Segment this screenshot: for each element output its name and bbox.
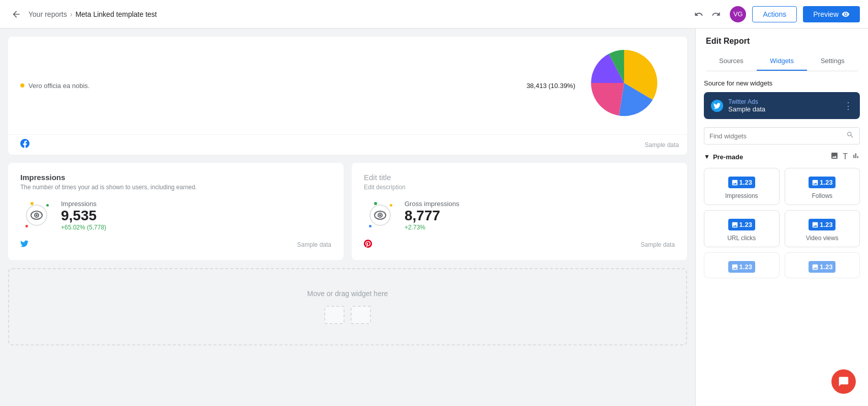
undo-button[interactable] — [691, 7, 706, 22]
dot-yellow-2 — [390, 204, 392, 207]
card1-metric-name: Impressions — [61, 200, 106, 208]
premade-chart-icon[interactable] — [852, 152, 860, 162]
preview-button[interactable]: Preview — [803, 6, 860, 22]
eye-icon-2 — [369, 204, 391, 226]
impressions-card: Impressions The number of times your ad … — [8, 163, 344, 260]
widget-tile-urlclicks[interactable]: 1.23 URL clicks — [704, 210, 780, 247]
widget-tile-icon-2: 1.23 — [809, 177, 835, 188]
tab-sources[interactable]: Sources — [706, 52, 757, 71]
card2-sample-data: Sample data — [641, 241, 675, 248]
facebook-icon — [20, 139, 29, 151]
pie-svg — [583, 45, 665, 121]
find-widgets-row — [704, 127, 860, 144]
tab-settings[interactable]: Settings — [807, 52, 858, 71]
chat-button[interactable] — [831, 369, 856, 394]
search-icon — [846, 131, 854, 141]
panel-tabs: Sources Widgets Settings — [706, 52, 858, 71]
source-name: Sample data — [728, 105, 765, 113]
card2-title: Edit title — [364, 173, 675, 182]
topbar-left: Your reports › Meta Linked template test — [8, 6, 157, 22]
panel-body: Source for new widgets Twitter Ads Sampl… — [696, 71, 868, 406]
breadcrumb-separator: › — [70, 10, 73, 18]
breadcrumb-current: Meta Linked template test — [75, 10, 157, 18]
legend-section: Vero officia ea nobis. 38,413 (10.39%) — [20, 80, 575, 92]
dot-yellow — [30, 202, 34, 205]
dot-green-2 — [374, 202, 377, 205]
widget-tile-icon-3: 1.23 — [728, 219, 755, 230]
premade-text-icon[interactable]: T — [843, 152, 848, 162]
premade-image-icon[interactable] — [830, 152, 839, 162]
panel-title: Edit Report — [706, 37, 858, 46]
panel-header: Edit Report Sources Widgets Settings — [696, 28, 868, 71]
card2-metric-value: 8,777 — [405, 208, 459, 224]
widget-tile-label-follows: Follows — [812, 192, 832, 199]
widget-tile-label-impressions: Impressions — [725, 192, 758, 199]
back-button[interactable] — [8, 6, 24, 22]
card2-footer: Sample data — [364, 240, 675, 250]
dot-red — [25, 225, 28, 227]
widgets-row: Impressions The number of times your ad … — [8, 163, 687, 260]
twitter-icon-1 — [20, 240, 28, 250]
actions-button[interactable]: Actions — [752, 6, 797, 22]
widget-tile-6[interactable]: 1.23 — [785, 252, 860, 278]
legend-item-text: Vero officia ea nobis. — [28, 82, 89, 90]
source-card[interactable]: Twitter Ads Sample data ⋮ — [704, 92, 860, 119]
dot-blue-2 — [369, 225, 371, 227]
eye-icon-1 — [25, 204, 48, 226]
widget-tile-icon-5: 1.23 — [728, 261, 755, 273]
main-layout: Vero officia ea nobis. 38,413 (10.39%) — [0, 28, 868, 406]
card1-icon — [20, 199, 53, 231]
topbar: Your reports › Meta Linked template test… — [0, 0, 868, 28]
topbar-right: VG Actions Preview — [691, 6, 860, 22]
find-widgets-input[interactable] — [709, 132, 842, 140]
card1-sample-data: Sample data — [297, 241, 331, 248]
svg-point-3 — [36, 214, 38, 216]
drop-zone-icons — [29, 306, 666, 324]
card1-metric-change: +65.02% (5,778) — [61, 224, 106, 231]
avatar[interactable]: VG — [730, 6, 746, 22]
pie-chart — [583, 45, 675, 126]
card2-metric-name: Gross impressions — [405, 200, 459, 208]
pie-chart-card: Vero officia ea nobis. 38,413 (10.39%) — [8, 37, 687, 155]
card1-desc: The number of times your ad is shown to … — [20, 184, 331, 191]
premade-header: ▼ Pre-made T — [704, 152, 860, 162]
undo-redo-group — [691, 7, 724, 22]
legend-dot — [20, 83, 24, 88]
twitter-logo — [711, 100, 723, 112]
widget-tile-5[interactable]: 1.23 — [704, 252, 780, 278]
card1-values: Impressions 9,535 +65.02% (5,778) — [61, 200, 106, 231]
widget-tile-icon-1: 1.23 — [728, 177, 755, 188]
widget-tile-follows[interactable]: 1.23 Follows — [785, 168, 860, 205]
breadcrumb-link[interactable]: Your reports — [28, 10, 67, 18]
tab-widgets[interactable]: Widgets — [757, 52, 808, 71]
dot-green — [46, 204, 49, 207]
premade-type-icons: T — [830, 152, 860, 162]
canvas-area: Vero officia ea nobis. 38,413 (10.39%) — [0, 28, 695, 406]
svg-point-7 — [379, 214, 381, 216]
card1-metric-value: 9,535 — [61, 208, 106, 224]
gross-impressions-card: Edit title Edit description — [352, 163, 687, 260]
source-for-new-widgets-label: Source for new widgets — [704, 79, 860, 87]
widget-tile-impressions[interactable]: 1.23 Impressions — [704, 168, 780, 205]
card2-values: Gross impressions 8,777 +2.73% — [405, 200, 459, 231]
widget-tile-videoviews[interactable]: 1.23 Video views — [785, 210, 860, 247]
legend-item: Vero officia ea nobis. 38,413 (10.39%) — [20, 80, 575, 92]
card1-footer: Sample data — [20, 240, 331, 250]
widget-tile-icon-4: 1.23 — [809, 219, 835, 230]
source-menu-button[interactable]: ⋮ — [844, 100, 853, 111]
drop-zone[interactable]: Move or drag widget here — [8, 268, 687, 345]
card1-title: Impressions — [20, 173, 331, 182]
redo-button[interactable] — [708, 7, 724, 22]
premade-chevron-icon[interactable]: ▼ — [704, 153, 710, 160]
drop-icon-2 — [351, 306, 371, 324]
right-panel: Edit Report Sources Widgets Settings Sou… — [695, 28, 868, 406]
widget-grid: 1.23 Impressions 1.23 Follows 1. — [704, 168, 860, 278]
pie-sample-data: Sample data — [645, 141, 679, 149]
legend-item-value: 38,413 (10.39%) — [526, 82, 575, 90]
source-platform: Twitter Ads — [728, 98, 765, 105]
breadcrumb: Your reports › Meta Linked template test — [28, 10, 157, 18]
widget-tile-label-videoviews: Video views — [806, 235, 839, 242]
pie-row: Vero officia ea nobis. 38,413 (10.39%) — [8, 37, 687, 134]
card1-metric: Impressions 9,535 +65.02% (5,778) — [20, 199, 331, 231]
drop-zone-text: Move or drag widget here — [307, 289, 388, 298]
